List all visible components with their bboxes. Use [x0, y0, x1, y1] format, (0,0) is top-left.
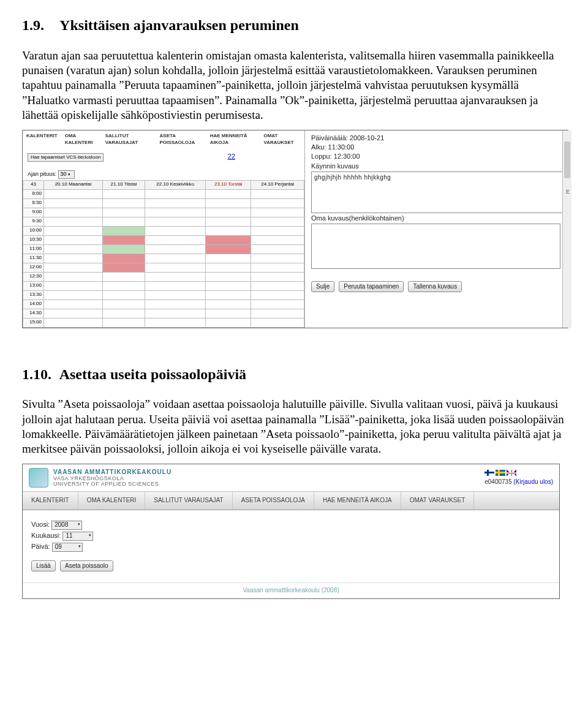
detail-start: Alku: 11:30:00	[311, 143, 565, 151]
set-absence-button[interactable]: Aseta poissaolo	[60, 560, 113, 572]
heading-num: 1.9.	[22, 16, 56, 35]
paragraph-1-10: Sivulta ”Aseta poissaoloja” voidaan aset…	[22, 397, 566, 456]
month-label: Kuukausi:	[31, 532, 61, 539]
app-footer: Vaasan ammattikorkeakoulu (2008)	[23, 582, 559, 598]
screenshot-calendar: KALENTERIT OMA KALENTERI SALLITUT VARAUS…	[22, 130, 568, 328]
flag-uk-icon[interactable]	[507, 470, 516, 476]
tab-kalenterit[interactable]: KALENTERIT	[23, 130, 61, 148]
detail-end: Loppu: 12:30:00	[311, 152, 565, 160]
slot-busy[interactable]	[206, 235, 251, 244]
detail-own-textarea[interactable]	[311, 224, 560, 269]
paragraph-1-9: Varatun ajan saa peruutettua kalenterin …	[22, 48, 566, 123]
year-label: Vuosi:	[31, 521, 50, 528]
tab-sallitut[interactable]: SALLITUT VARAUSAJAT	[102, 130, 156, 148]
heading-1-10: 1.10. Asettaa useita poissaolopäiviä	[22, 365, 566, 384]
tab-omat-varaukset[interactable]: OMAT VARAUKSET	[260, 130, 304, 148]
user-area: e0400735 (Kirjaudu ulos)	[484, 470, 553, 486]
nav-kalenterit[interactable]: KALENTERIT	[23, 492, 78, 510]
absence-form: Vuosi: 2008 Kuukausi: 11 Päivä: 09 Lisää…	[23, 510, 559, 582]
nav-omat-varaukset[interactable]: OMAT VARAUKSET	[401, 492, 475, 510]
calendar-panel: KALENTERIT OMA KALENTERI SALLITUT VARAUS…	[23, 130, 305, 327]
day-thu: 23.10 Torstai	[206, 180, 251, 189]
save-description-button[interactable]: Tallenna kuvaus	[408, 281, 462, 293]
flag-se-icon[interactable]	[496, 470, 505, 476]
duration-row: Ajan pituus: 30	[28, 170, 304, 179]
detail-desc-label: Käynnin kuvaus	[311, 162, 565, 170]
day-tue: 21.10 Tiistai	[102, 180, 145, 189]
slot-free[interactable]	[102, 226, 145, 235]
cancel-meeting-button[interactable]: Peruuta tapaaminen	[339, 281, 404, 293]
close-button[interactable]: Sulje	[311, 281, 334, 293]
nav-hae-menneita[interactable]: HAE MENNEITÄ AIKOJA	[314, 492, 401, 510]
heading-num: 1.10.	[22, 365, 56, 384]
slot-free[interactable]	[102, 244, 145, 254]
year-select[interactable]: 2008	[51, 521, 82, 530]
tab-oma-kalenteri[interactable]: OMA KALENTERI	[61, 130, 102, 148]
slot-busy[interactable]	[102, 254, 145, 263]
flag-fi-icon[interactable]	[484, 470, 494, 476]
tab-hae-menneita[interactable]: HAE MENNEITÄ AIKOJA	[206, 130, 260, 148]
day-select[interactable]: 09	[52, 543, 83, 552]
day-label: Päivä:	[31, 543, 50, 550]
vcs-export-button[interactable]: Hae tapaamiset VCS-tiedostoon	[28, 153, 104, 162]
app-logo: VAASAN AMMATTIKORKEAKOULU VASA YRKESHÖGS…	[29, 468, 172, 488]
scrollbar[interactable]	[562, 130, 571, 327]
heading-title: Asettaa useita poissaolopäiviä	[59, 366, 246, 382]
logo-name: VAASAN AMMATTIKORKEAKOULU	[53, 469, 172, 475]
nav-oma-kalenteri[interactable]: OMA KALENTERI	[78, 492, 146, 510]
calendar-grid: 43 20.10 Maanantai 21.10 Tiistai 22.10 K…	[23, 180, 304, 328]
slot-busy[interactable]	[102, 263, 145, 272]
nav-poissaoloja[interactable]: ASETA POISSAOLOJA	[233, 492, 314, 510]
tab-poissaoloja[interactable]: ASETA POISSAOLOJA	[156, 130, 206, 148]
screenshot-absence: VAASAN AMMATTIKORKEAKOULU VASA YRKESHÖGS…	[22, 464, 560, 599]
detail-desc-textarea[interactable]: ghgjhjhjh hhhhh hhjkkghg	[311, 171, 565, 213]
month-select[interactable]: 11	[62, 532, 93, 541]
add-button[interactable]: Lisää	[31, 560, 56, 572]
day-fri: 24.10 Perjantai	[251, 180, 304, 189]
booking-details-panel: Päiväinääiä: 2008-10-21 Alku: 11:30:00 L…	[305, 130, 571, 327]
main-nav: KALENTERIT OMA KALENTERI SALLITUT VARAUS…	[23, 491, 559, 510]
calendar-tabs: KALENTERIT OMA KALENTERI SALLITUT VARAUS…	[23, 130, 304, 148]
detail-buttons: Sulje Peruuta tapaaminen Tallenna kuvaus	[311, 281, 565, 293]
duration-label: Ajan pituus:	[28, 171, 56, 177]
week-link[interactable]: 22	[228, 153, 235, 160]
logo-icon	[29, 468, 48, 488]
heading-1-9: 1.9. Yksittäisen ajanvarauksen peruminen	[22, 16, 566, 35]
logo-sub2: UNIVERSITY OF APPLIED SCIENCES	[53, 481, 159, 487]
language-flags	[484, 470, 516, 476]
day-wed: 22.10 Keskiviikko	[145, 180, 206, 189]
user-id: e0400735	[484, 478, 512, 485]
week-number: 43	[23, 180, 44, 189]
day-mon: 20.10 Maanantai	[44, 180, 103, 189]
slot-busy[interactable]	[102, 235, 145, 244]
detail-own-label: Oma kuvaus(henkilökohtainen)	[311, 214, 565, 222]
heading-title: Yksittäisen ajanvarauksen peruminen	[59, 17, 299, 33]
duration-select[interactable]: 30	[58, 170, 75, 179]
app-header: VAASAN AMMATTIKORKEAKOULU VASA YRKESHÖGS…	[23, 464, 559, 491]
nav-sallitut[interactable]: SALLITUT VARAUSAJAT	[145, 492, 232, 510]
logo-sub1: VASA YRKESHÖGSKOLA	[53, 475, 124, 481]
detail-date: Päiväinääiä: 2008-10-21	[311, 134, 565, 142]
logo-text: VAASAN AMMATTIKORKEAKOULU VASA YRKESHÖGS…	[53, 469, 172, 488]
slot-busy[interactable]	[206, 244, 251, 254]
logout-link[interactable]: (Kirjaudu ulos)	[514, 478, 553, 485]
